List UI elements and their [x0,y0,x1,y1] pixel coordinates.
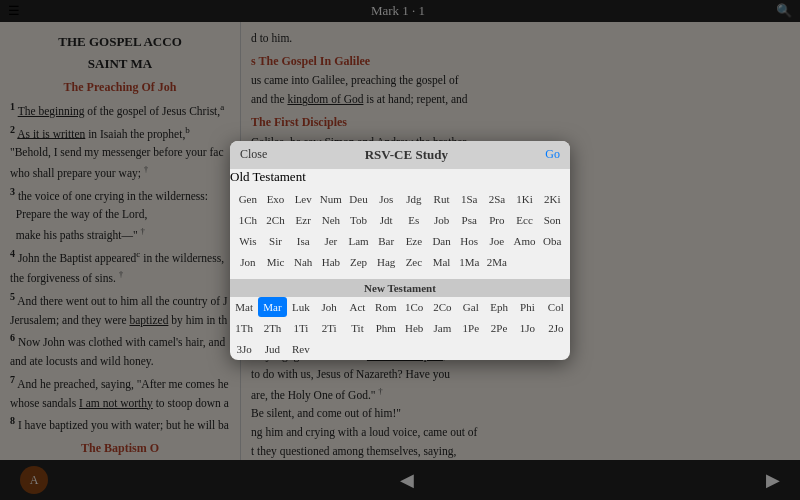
book-cell[interactable]: Wis [234,231,262,251]
book-cell[interactable]: 2Ch [262,210,290,230]
book-cell[interactable]: Gal [457,297,485,317]
book-cell[interactable]: Oba [538,231,566,251]
modal-go-button[interactable]: Go [545,147,560,162]
book-cell[interactable]: Lam [345,231,373,251]
overlay[interactable]: Close RSV-CE Study Go Old Testament GenE… [0,0,800,500]
book-cell[interactable] [538,252,566,272]
ot-books-row: WisSirIsaJerLamBarEzeDanHosJoeAmoOba [234,231,566,251]
book-cell[interactable]: Eph [485,297,513,317]
book-cell[interactable]: Eze [400,231,428,251]
book-cell[interactable]: Bar [372,231,400,251]
book-cell[interactable]: Jon [234,252,262,272]
book-cell[interactable]: 1Ti [287,318,315,338]
book-cell[interactable]: 1Ma [455,252,483,272]
book-cell[interactable]: Mar [258,297,286,317]
book-cell[interactable]: Tob [345,210,373,230]
ot-section-header: Old Testament [230,169,570,185]
book-cell[interactable] [485,339,513,359]
nt-books-row: 3JoJudRev [230,339,570,359]
nt-books-row: MatMarLukJohActRom1Co2CoGalEphPhiCol [230,297,570,317]
book-cell[interactable]: Son [538,210,566,230]
book-cell[interactable]: Nah [289,252,317,272]
book-cell[interactable]: Isa [289,231,317,251]
book-cell[interactable]: Luk [287,297,315,317]
book-cell[interactable]: Lev [289,189,317,209]
book-cell[interactable]: Psa [455,210,483,230]
book-cell[interactable]: 2Sa [483,189,511,209]
book-cell[interactable]: Ecc [511,210,539,230]
book-cell[interactable]: Jdg [400,189,428,209]
book-cell[interactable] [457,339,485,359]
book-cell[interactable]: 2Ki [538,189,566,209]
ot-books-row: JonMicNahHabZepHagZecMal1Ma2Ma [234,252,566,272]
book-cell[interactable]: Zep [345,252,373,272]
book-cell[interactable]: Job [428,210,456,230]
book-cell[interactable]: Pro [483,210,511,230]
book-cell[interactable]: Joe [483,231,511,251]
book-cell[interactable]: Deu [345,189,373,209]
book-cell[interactable]: 2Pe [485,318,513,338]
book-cell[interactable] [315,339,343,359]
book-cell[interactable]: 3Jo [230,339,258,359]
book-cell[interactable]: Joh [315,297,343,317]
nt-books-row: 1Th2Th1Ti2TiTitPhmHebJam1Pe2Pe1Jo2Jo [230,318,570,338]
book-cell[interactable]: Amo [511,231,539,251]
book-cell[interactable]: 1Jo [513,318,541,338]
book-cell[interactable]: Hab [317,252,345,272]
books-grid: GenExoLevNumDeuJosJdgRut1Sa2Sa1Ki2Ki1Ch2… [230,185,570,277]
book-cell[interactable]: 2Ma [483,252,511,272]
book-cell[interactable]: Ezr [289,210,317,230]
book-select-modal: Close RSV-CE Study Go Old Testament GenE… [230,141,570,360]
book-cell[interactable]: Rev [287,339,315,359]
book-cell[interactable]: Rut [428,189,456,209]
book-cell[interactable]: 1Ki [511,189,539,209]
book-cell[interactable]: 1Ch [234,210,262,230]
book-cell[interactable]: Jdt [372,210,400,230]
book-cell[interactable]: Mal [428,252,456,272]
book-cell[interactable]: Jer [317,231,345,251]
book-cell[interactable] [542,339,570,359]
book-cell[interactable]: Hos [455,231,483,251]
book-cell[interactable] [513,339,541,359]
book-cell[interactable]: 1Co [400,297,428,317]
book-cell[interactable] [343,339,371,359]
book-cell[interactable]: Mic [262,252,290,272]
book-cell[interactable]: Num [317,189,345,209]
book-cell[interactable]: Es [400,210,428,230]
book-cell[interactable]: 1Sa [455,189,483,209]
book-cell[interactable]: Hag [372,252,400,272]
book-cell[interactable]: Dan [428,231,456,251]
book-cell[interactable]: Col [542,297,570,317]
book-cell[interactable]: Sir [262,231,290,251]
book-cell[interactable]: Jud [258,339,286,359]
book-cell[interactable]: 2Co [428,297,456,317]
book-cell[interactable]: Neh [317,210,345,230]
nt-section-header: New Testament [230,279,570,297]
book-cell[interactable]: Jos [372,189,400,209]
ot-books-row: 1Ch2ChEzrNehTobJdtEsJobPsaProEccSon [234,210,566,230]
book-cell[interactable]: Gen [234,189,262,209]
book-cell[interactable] [428,339,456,359]
book-cell[interactable] [511,252,539,272]
ot-books-row: GenExoLevNumDeuJosJdgRut1Sa2Sa1Ki2Ki [234,189,566,209]
modal-header: Close RSV-CE Study Go [230,141,570,169]
book-cell[interactable]: 1Pe [457,318,485,338]
book-cell[interactable]: Heb [400,318,428,338]
book-cell[interactable]: Phi [513,297,541,317]
book-cell[interactable] [372,339,400,359]
book-cell[interactable]: 1Th [230,318,258,338]
nt-books-grid: MatMarLukJohActRom1Co2CoGalEphPhiCol1Th2… [230,297,570,359]
modal-close-button[interactable]: Close [240,147,267,162]
book-cell[interactable]: 2Ti [315,318,343,338]
book-cell[interactable]: Zec [400,252,428,272]
book-cell[interactable]: Mat [230,297,258,317]
book-cell[interactable] [400,339,428,359]
book-cell[interactable]: 2Th [258,318,286,338]
book-cell[interactable]: Jam [428,318,456,338]
book-cell[interactable]: Rom [372,297,400,317]
book-cell[interactable]: 2Jo [542,318,570,338]
book-cell[interactable]: Act [343,297,371,317]
book-cell[interactable]: Tit [343,318,371,338]
book-cell[interactable]: Phm [372,318,400,338]
book-cell[interactable]: Exo [262,189,290,209]
